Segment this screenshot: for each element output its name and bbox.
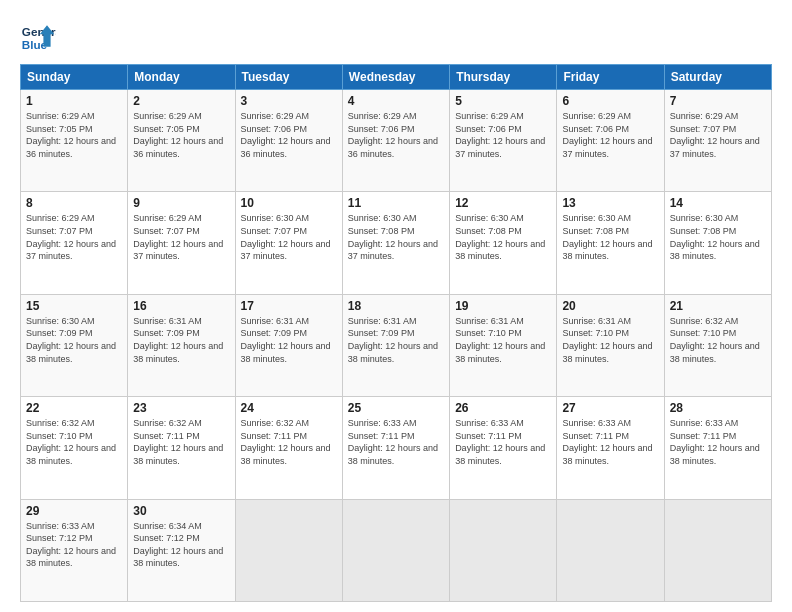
header-thursday: Thursday [450, 65, 557, 90]
calendar-cell: 14Sunrise: 6:30 AMSunset: 7:08 PMDayligh… [664, 192, 771, 294]
day-info: Sunrise: 6:33 AMSunset: 7:11 PMDaylight:… [670, 418, 760, 466]
calendar-cell: 17Sunrise: 6:31 AMSunset: 7:09 PMDayligh… [235, 294, 342, 396]
day-number: 10 [241, 196, 337, 210]
calendar-cell [235, 499, 342, 601]
header-tuesday: Tuesday [235, 65, 342, 90]
day-info: Sunrise: 6:29 AMSunset: 7:06 PMDaylight:… [348, 111, 438, 159]
day-info: Sunrise: 6:33 AMSunset: 7:12 PMDaylight:… [26, 521, 116, 569]
calendar-cell: 18Sunrise: 6:31 AMSunset: 7:09 PMDayligh… [342, 294, 449, 396]
calendar-cell: 25Sunrise: 6:33 AMSunset: 7:11 PMDayligh… [342, 397, 449, 499]
day-number: 11 [348, 196, 444, 210]
header-monday: Monday [128, 65, 235, 90]
day-info: Sunrise: 6:34 AMSunset: 7:12 PMDaylight:… [133, 521, 223, 569]
calendar-cell: 2Sunrise: 6:29 AMSunset: 7:05 PMDaylight… [128, 90, 235, 192]
calendar-cell: 21Sunrise: 6:32 AMSunset: 7:10 PMDayligh… [664, 294, 771, 396]
day-number: 23 [133, 401, 229, 415]
calendar-cell [664, 499, 771, 601]
day-info: Sunrise: 6:30 AMSunset: 7:09 PMDaylight:… [26, 316, 116, 364]
day-number: 21 [670, 299, 766, 313]
day-info: Sunrise: 6:31 AMSunset: 7:09 PMDaylight:… [241, 316, 331, 364]
day-info: Sunrise: 6:32 AMSunset: 7:11 PMDaylight:… [241, 418, 331, 466]
calendar-body: 1Sunrise: 6:29 AMSunset: 7:05 PMDaylight… [21, 90, 772, 602]
day-info: Sunrise: 6:29 AMSunset: 7:06 PMDaylight:… [562, 111, 652, 159]
day-number: 22 [26, 401, 122, 415]
header: General Blue [20, 18, 772, 54]
day-info: Sunrise: 6:30 AMSunset: 7:08 PMDaylight:… [348, 213, 438, 261]
header-friday: Friday [557, 65, 664, 90]
day-info: Sunrise: 6:29 AMSunset: 7:06 PMDaylight:… [241, 111, 331, 159]
day-number: 29 [26, 504, 122, 518]
calendar-cell [450, 499, 557, 601]
day-number: 30 [133, 504, 229, 518]
day-info: Sunrise: 6:32 AMSunset: 7:11 PMDaylight:… [133, 418, 223, 466]
calendar-cell: 6Sunrise: 6:29 AMSunset: 7:06 PMDaylight… [557, 90, 664, 192]
day-info: Sunrise: 6:30 AMSunset: 7:08 PMDaylight:… [670, 213, 760, 261]
calendar-cell: 22Sunrise: 6:32 AMSunset: 7:10 PMDayligh… [21, 397, 128, 499]
calendar-week-2: 8Sunrise: 6:29 AMSunset: 7:07 PMDaylight… [21, 192, 772, 294]
logo: General Blue [20, 18, 56, 54]
day-number: 5 [455, 94, 551, 108]
day-number: 4 [348, 94, 444, 108]
calendar-cell: 15Sunrise: 6:30 AMSunset: 7:09 PMDayligh… [21, 294, 128, 396]
calendar-cell: 13Sunrise: 6:30 AMSunset: 7:08 PMDayligh… [557, 192, 664, 294]
calendar-header-row: SundayMondayTuesdayWednesdayThursdayFrid… [21, 65, 772, 90]
calendar-cell: 3Sunrise: 6:29 AMSunset: 7:06 PMDaylight… [235, 90, 342, 192]
logo-icon: General Blue [20, 18, 56, 54]
calendar-cell: 20Sunrise: 6:31 AMSunset: 7:10 PMDayligh… [557, 294, 664, 396]
day-info: Sunrise: 6:33 AMSunset: 7:11 PMDaylight:… [562, 418, 652, 466]
calendar-week-4: 22Sunrise: 6:32 AMSunset: 7:10 PMDayligh… [21, 397, 772, 499]
calendar-cell: 5Sunrise: 6:29 AMSunset: 7:06 PMDaylight… [450, 90, 557, 192]
day-info: Sunrise: 6:32 AMSunset: 7:10 PMDaylight:… [670, 316, 760, 364]
calendar-cell: 19Sunrise: 6:31 AMSunset: 7:10 PMDayligh… [450, 294, 557, 396]
calendar-cell: 1Sunrise: 6:29 AMSunset: 7:05 PMDaylight… [21, 90, 128, 192]
day-number: 9 [133, 196, 229, 210]
calendar-cell: 10Sunrise: 6:30 AMSunset: 7:07 PMDayligh… [235, 192, 342, 294]
day-info: Sunrise: 6:32 AMSunset: 7:10 PMDaylight:… [26, 418, 116, 466]
day-number: 20 [562, 299, 658, 313]
day-number: 17 [241, 299, 337, 313]
calendar-cell: 8Sunrise: 6:29 AMSunset: 7:07 PMDaylight… [21, 192, 128, 294]
calendar-cell: 16Sunrise: 6:31 AMSunset: 7:09 PMDayligh… [128, 294, 235, 396]
calendar-cell [342, 499, 449, 601]
calendar-cell: 12Sunrise: 6:30 AMSunset: 7:08 PMDayligh… [450, 192, 557, 294]
day-info: Sunrise: 6:29 AMSunset: 7:05 PMDaylight:… [133, 111, 223, 159]
calendar-cell [557, 499, 664, 601]
day-number: 1 [26, 94, 122, 108]
day-number: 3 [241, 94, 337, 108]
calendar-cell: 29Sunrise: 6:33 AMSunset: 7:12 PMDayligh… [21, 499, 128, 601]
day-info: Sunrise: 6:33 AMSunset: 7:11 PMDaylight:… [455, 418, 545, 466]
day-info: Sunrise: 6:31 AMSunset: 7:10 PMDaylight:… [455, 316, 545, 364]
day-info: Sunrise: 6:31 AMSunset: 7:09 PMDaylight:… [348, 316, 438, 364]
day-number: 16 [133, 299, 229, 313]
calendar-cell: 26Sunrise: 6:33 AMSunset: 7:11 PMDayligh… [450, 397, 557, 499]
day-info: Sunrise: 6:29 AMSunset: 7:07 PMDaylight:… [26, 213, 116, 261]
day-info: Sunrise: 6:29 AMSunset: 7:07 PMDaylight:… [133, 213, 223, 261]
calendar-cell: 24Sunrise: 6:32 AMSunset: 7:11 PMDayligh… [235, 397, 342, 499]
day-number: 8 [26, 196, 122, 210]
calendar-cell: 28Sunrise: 6:33 AMSunset: 7:11 PMDayligh… [664, 397, 771, 499]
day-number: 13 [562, 196, 658, 210]
calendar-cell: 23Sunrise: 6:32 AMSunset: 7:11 PMDayligh… [128, 397, 235, 499]
header-saturday: Saturday [664, 65, 771, 90]
day-number: 2 [133, 94, 229, 108]
calendar-week-5: 29Sunrise: 6:33 AMSunset: 7:12 PMDayligh… [21, 499, 772, 601]
day-info: Sunrise: 6:30 AMSunset: 7:07 PMDaylight:… [241, 213, 331, 261]
day-info: Sunrise: 6:29 AMSunset: 7:06 PMDaylight:… [455, 111, 545, 159]
page: General Blue SundayMondayTuesdayWednesda… [0, 0, 792, 612]
day-number: 12 [455, 196, 551, 210]
day-number: 18 [348, 299, 444, 313]
calendar-week-3: 15Sunrise: 6:30 AMSunset: 7:09 PMDayligh… [21, 294, 772, 396]
calendar-cell: 9Sunrise: 6:29 AMSunset: 7:07 PMDaylight… [128, 192, 235, 294]
day-number: 14 [670, 196, 766, 210]
header-wednesday: Wednesday [342, 65, 449, 90]
day-info: Sunrise: 6:31 AMSunset: 7:10 PMDaylight:… [562, 316, 652, 364]
day-number: 7 [670, 94, 766, 108]
day-info: Sunrise: 6:29 AMSunset: 7:05 PMDaylight:… [26, 111, 116, 159]
day-info: Sunrise: 6:30 AMSunset: 7:08 PMDaylight:… [455, 213, 545, 261]
day-number: 25 [348, 401, 444, 415]
day-number: 26 [455, 401, 551, 415]
day-number: 28 [670, 401, 766, 415]
day-number: 15 [26, 299, 122, 313]
header-sunday: Sunday [21, 65, 128, 90]
calendar-table: SundayMondayTuesdayWednesdayThursdayFrid… [20, 64, 772, 602]
